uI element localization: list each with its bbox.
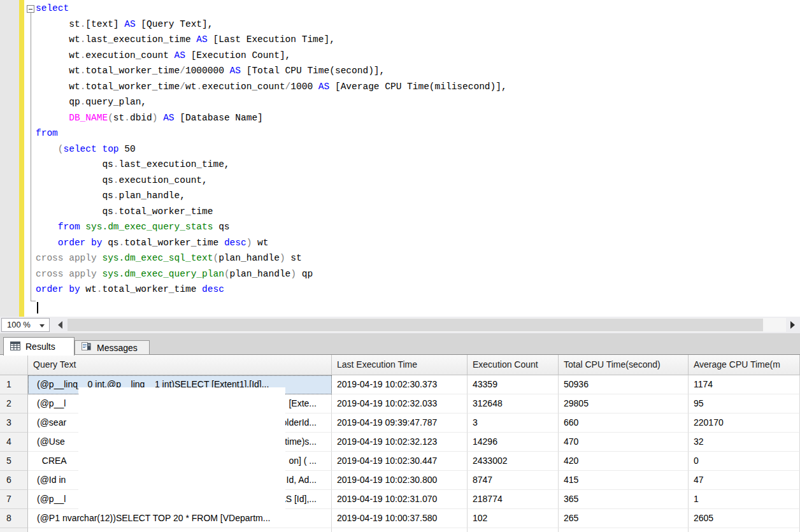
results-grid-icon xyxy=(10,341,20,352)
query-text-left-fragment: (@p__l xyxy=(37,398,66,408)
execution-count-cell[interactable]: 3 xyxy=(468,413,559,433)
row-number-cell[interactable]: 1 xyxy=(0,375,28,394)
zoom-level-value: 100 % xyxy=(7,320,31,329)
partial-row xyxy=(0,528,800,532)
scrollbar-thumb[interactable] xyxy=(68,319,763,331)
tab-messages-label: Messages xyxy=(97,343,138,353)
row-number-cell[interactable]: 8 xyxy=(0,509,28,528)
row-number-cell[interactable]: 2 xyxy=(0,394,28,413)
code-line: qs.last_execution_time, xyxy=(36,157,507,173)
query-text-left-fragment: CREA xyxy=(37,456,67,466)
code-line: wt.execution_count AS [Execution Count], xyxy=(36,48,507,64)
code-line: (select top 50 xyxy=(36,141,507,157)
results-tabstrip: Results Messages xyxy=(0,333,800,355)
last-execution-time-cell[interactable]: 2019-04-19 10:00:37.580 xyxy=(332,509,468,528)
column-header[interactable]: Execution Count xyxy=(468,355,559,375)
total-cpu-time-cell[interactable]: 420 xyxy=(559,452,689,471)
query-text-left-fragment: (@p__l xyxy=(37,494,66,504)
average-cpu-time-cell[interactable]: 2605 xyxy=(689,509,800,528)
horizontal-scrollbar[interactable] xyxy=(68,318,786,332)
row-number-cell[interactable]: 6 xyxy=(0,471,28,490)
code-line: select xyxy=(36,1,507,17)
row-number-cell[interactable]: 3 xyxy=(0,413,28,433)
last-execution-time-cell[interactable]: 2019-04-19 10:02:32.033 xyxy=(332,394,468,413)
chevron-down-icon xyxy=(39,324,45,327)
text-caret xyxy=(37,302,38,313)
code-line: order by wt.total_worker_time desc xyxy=(36,282,507,298)
query-text-right-fragment: on] ( ... xyxy=(289,456,317,466)
query-text-right-fragment: [Exte... xyxy=(289,398,317,408)
grid-corner-cell[interactable] xyxy=(0,355,28,375)
total-cpu-time-cell[interactable]: 50936 xyxy=(559,375,689,394)
row-number-cell[interactable]: 5 xyxy=(0,452,28,471)
code-line: qs.plan_handle, xyxy=(36,188,507,204)
column-header[interactable]: Query Text xyxy=(28,355,332,375)
query-text-right-fragment: AS [Id],... xyxy=(280,494,317,504)
last-execution-time-cell[interactable]: 2019-04-19 10:02:30.800 xyxy=(332,471,468,490)
query-text-left-fragment: (@Use xyxy=(37,436,65,447)
row-number-cell[interactable]: 4 xyxy=(0,433,28,452)
scroll-left-icon[interactable] xyxy=(55,318,66,332)
total-cpu-time-cell[interactable]: 415 xyxy=(559,471,689,490)
execution-count-cell[interactable]: 312648 xyxy=(468,394,559,413)
average-cpu-time-cell[interactable]: 0 xyxy=(689,452,800,471)
total-cpu-time-cell[interactable]: 470 xyxy=(559,433,689,452)
scroll-right-icon[interactable] xyxy=(787,318,799,332)
average-cpu-time-cell[interactable]: 1 xyxy=(689,490,800,509)
outline-guide-line xyxy=(31,12,36,301)
table-row: 8(@P1 nvarchar(12))SELECT TOP 20 * FROM … xyxy=(0,509,800,528)
execution-count-cell[interactable]: 218774 xyxy=(468,490,559,509)
redaction-overlay xyxy=(78,387,285,509)
execution-count-cell[interactable]: 43359 xyxy=(468,375,559,394)
total-cpu-time-cell[interactable]: 660 xyxy=(559,413,689,433)
unsaved-changes-bar xyxy=(19,0,24,317)
last-execution-time-cell[interactable]: 2019-04-19 10:02:32.123 xyxy=(332,433,468,452)
code-line: cross apply sys.dm_exec_query_plan(plan_… xyxy=(36,266,507,282)
query-text-right-fragment: olderId... xyxy=(282,417,317,428)
execution-count-cell[interactable]: 2433002 xyxy=(468,452,559,471)
code-line: wt.total_worker_time/wt.execution_count/… xyxy=(36,79,507,95)
total-cpu-time-cell[interactable]: 365 xyxy=(559,490,689,509)
last-execution-time-cell[interactable]: 2019-04-19 10:02:31.070 xyxy=(332,490,468,509)
code-line: st.[text] AS [Query Text], xyxy=(36,17,507,32)
column-header[interactable]: Last Execution Time xyxy=(332,355,468,375)
query-text-right-fragment: etime)s... xyxy=(280,436,317,447)
execution-count-cell[interactable]: 8747 xyxy=(468,471,559,490)
tab-results[interactable]: Results xyxy=(3,337,75,356)
average-cpu-time-cell[interactable]: 47 xyxy=(689,471,800,490)
total-cpu-time-cell[interactable]: 29805 xyxy=(559,394,689,413)
last-execution-time-cell[interactable]: 2019-04-19 09:39:47.787 xyxy=(332,413,468,433)
code-line: cross apply sys.dm_exec_sql_text(plan_ha… xyxy=(36,250,507,266)
average-cpu-time-cell[interactable]: 32 xyxy=(689,433,800,452)
execution-count-cell[interactable]: 14296 xyxy=(468,433,559,452)
sql-editor[interactable]: select st.[text] AS [Query Text], wt.las… xyxy=(0,0,800,317)
editor-status-row: 100 % xyxy=(0,317,800,333)
code-line: from sys.dm_exec_query_stats qs xyxy=(36,219,507,235)
average-cpu-time-cell[interactable]: 95 xyxy=(689,394,800,413)
row-number-cell[interactable]: 7 xyxy=(0,490,28,509)
last-execution-time-cell[interactable]: 2019-04-19 10:02:30.447 xyxy=(332,452,468,471)
average-cpu-time-cell[interactable]: 1174 xyxy=(689,375,800,394)
tab-messages[interactable]: Messages xyxy=(75,340,150,355)
ssms-query-window: select st.[text] AS [Query Text], wt.las… xyxy=(0,0,800,532)
total-cpu-time-cell[interactable]: 265 xyxy=(559,509,689,528)
collapse-region-icon[interactable] xyxy=(27,5,34,13)
execution-count-cell[interactable]: 102 xyxy=(468,509,559,528)
code-line: qp.query_plan, xyxy=(36,94,507,110)
query-text-left-fragment: (@sear xyxy=(37,417,66,428)
results-grid: Query TextLast Execution TimeExecution C… xyxy=(0,355,800,532)
code-line: order by qs.total_worker_time desc) wt xyxy=(36,235,507,251)
last-execution-time-cell[interactable]: 2019-04-19 10:02:30.373 xyxy=(332,375,468,394)
messages-icon xyxy=(81,341,92,354)
code-lines[interactable]: select st.[text] AS [Query Text], wt.las… xyxy=(36,1,507,298)
code-line: qs.total_worker_time xyxy=(36,204,507,220)
code-line: qs.execution_count, xyxy=(36,173,507,189)
column-header[interactable]: Average CPU Time(m xyxy=(689,355,800,375)
query-text-cell[interactable]: (@P1 nvarchar(12))SELECT TOP 20 * FROM [… xyxy=(28,509,332,528)
zoom-level-dropdown[interactable]: 100 % xyxy=(1,318,50,332)
tab-results-label: Results xyxy=(25,341,55,352)
code-line: wt.last_execution_time AS [Last Executio… xyxy=(36,32,507,48)
average-cpu-time-cell[interactable]: 220170 xyxy=(689,413,800,433)
code-line: DB_NAME(st.dbid) AS [Database Name] xyxy=(36,110,507,126)
column-header[interactable]: Total CPU Time(second) xyxy=(559,355,689,375)
